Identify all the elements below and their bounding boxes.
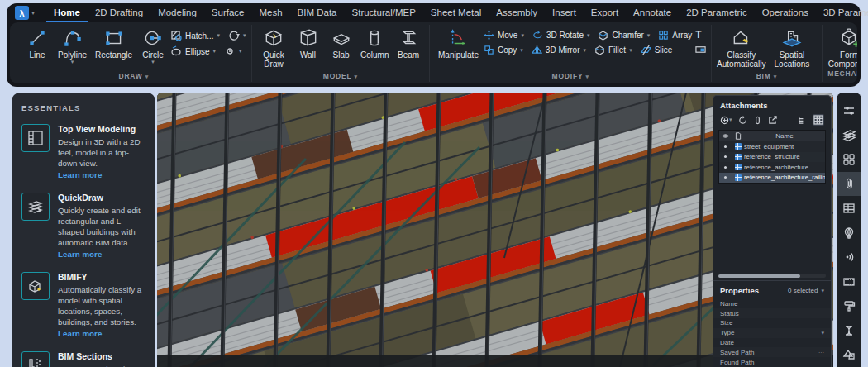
slice-button[interactable]: Slice [641, 45, 673, 55]
essentials-title: ESSENTIALS [21, 103, 145, 112]
grid-view-button[interactable] [813, 114, 824, 126]
attachments-panel: Attachments ▾ Name street_equipment [713, 95, 832, 367]
group-label-mechanical-blocks[interactable]: MECHANICAL BLOCKS ▾ [827, 69, 857, 83]
layers-panel-tab[interactable] [837, 123, 861, 148]
attachments-panel-tab[interactable] [837, 172, 861, 197]
chevron-down-icon[interactable]: ▾ [151, 60, 155, 64]
classify-automatically-button[interactable]: Classify Automatically [717, 25, 765, 69]
property-row-status: Status [713, 308, 831, 318]
swatches-panel-tab[interactable] [837, 342, 861, 367]
visibility-dot[interactable] [724, 166, 727, 169]
rectangle-button[interactable]: Rectangle [92, 25, 136, 60]
polyline-button[interactable]: Polyline ▾ [55, 25, 90, 64]
fillet-button[interactable]: Fillet ▾ [594, 45, 632, 55]
settings-sliders-tab[interactable] [837, 98, 861, 123]
tab-annotate[interactable]: Annotate [626, 3, 679, 22]
line-button[interactable]: Line [21, 25, 53, 60]
sheet-sets-panel-tab[interactable] [837, 269, 861, 294]
move-button[interactable]: Move ▾ [484, 30, 524, 41]
fillet-icon [594, 45, 605, 55]
tab-mesh[interactable]: Mesh [251, 3, 289, 22]
learn-more-link[interactable]: Learn more [58, 250, 145, 259]
chamfer-icon [598, 30, 608, 41]
circle-button[interactable]: Circle ▾ [137, 25, 169, 64]
tab-operations[interactable]: Operations [755, 3, 816, 22]
array-button[interactable]: Array [658, 30, 692, 41]
visibility-dot[interactable] [724, 176, 727, 179]
tab-export[interactable]: Export [584, 3, 626, 22]
lights-panel-tab[interactable] [837, 245, 861, 269]
form-component-button[interactable]: Form Component [827, 25, 857, 69]
tab-bim-data[interactable]: BIM Data [290, 3, 345, 22]
render-panel-tab[interactable] [837, 221, 861, 245]
rotate-3d-button[interactable]: 3D Rotate ▾ [532, 30, 590, 41]
tab-sheet-metal[interactable]: Sheet Metal [423, 3, 489, 22]
visibility-dot[interactable] [724, 145, 727, 148]
chevron-down-icon[interactable]: ▾ [821, 288, 824, 294]
group-label-model[interactable]: MODEL ▾ [257, 71, 424, 82]
quick-draw-icon [263, 27, 284, 49]
revision-cloud-button[interactable]: ▾ [228, 30, 246, 41]
ellipse-button[interactable]: Ellipse ▾ [170, 45, 216, 57]
tab-2d-parametric[interactable]: 2D Parametric [679, 3, 755, 22]
tab-2d-drafting[interactable]: 2D Drafting [88, 3, 150, 22]
tab-modeling[interactable]: Modeling [150, 3, 204, 22]
ellipsis-icon[interactable]: ··· [818, 350, 824, 355]
materials-paint-panel-tab[interactable] [837, 293, 861, 318]
column-button[interactable]: Column [359, 25, 392, 60]
components-panel-tab[interactable] [837, 147, 861, 172]
tab-assembly[interactable]: Assembly [489, 3, 545, 22]
beam-button[interactable]: Beam [393, 25, 424, 60]
spatial-locations-button[interactable]: Spatial Locations [767, 25, 816, 69]
quick-draw-button[interactable]: Quick Draw [257, 25, 291, 69]
chevron-down-icon[interactable]: ▾ [821, 330, 824, 336]
tab-surface[interactable]: Surface [204, 3, 252, 22]
attachments-title: Attachments [713, 96, 831, 112]
section-plane-button[interactable] [695, 44, 706, 55]
slice-icon [641, 45, 651, 55]
hatch-button[interactable]: Hatch... ▾ [170, 30, 220, 41]
chevron-down-icon[interactable]: ▾ [71, 60, 74, 64]
app-logo[interactable]: λ [15, 6, 29, 20]
attach-file-button[interactable]: ▾ [720, 116, 732, 125]
visibility-dot[interactable] [724, 155, 727, 158]
slab-button[interactable]: Slab [326, 25, 357, 60]
clip-button[interactable] [753, 116, 762, 125]
tab-home[interactable]: Home [46, 3, 88, 22]
properties-hscrollbar[interactable] [718, 274, 826, 278]
essentials-item-bimify: BIMIFY Automatically classify a model wi… [21, 272, 145, 338]
properties-header: Properties 0 selected ▾ [713, 284, 831, 298]
manipulate-button[interactable]: Manipulate [435, 25, 482, 60]
group-label-draw[interactable]: DRAW ▾ [21, 71, 246, 82]
attachment-row[interactable]: reference_structure [719, 152, 825, 163]
refresh-button[interactable] [738, 116, 747, 125]
open-external-button[interactable] [768, 116, 777, 125]
attachment-row[interactable]: reference_architecture [719, 162, 825, 173]
selected-count: 0 selected [788, 287, 818, 294]
paperclip-icon [843, 177, 856, 190]
tree-view-button[interactable] [798, 116, 807, 125]
rotate-3d-icon [532, 30, 543, 41]
tab-insert[interactable]: Insert [545, 3, 584, 22]
point-button[interactable]: ▾ [224, 45, 242, 57]
learn-more-link[interactable]: Learn more [58, 329, 145, 338]
profiles-panel-tab[interactable] [837, 318, 861, 343]
tab-structural-mep[interactable]: Structural/MEP [345, 3, 423, 22]
copy-button[interactable]: Copy ▾ [484, 45, 523, 55]
sheets-panel-tab[interactable] [837, 196, 861, 221]
attachment-row[interactable]: street_equipment [719, 141, 825, 152]
learn-more-link[interactable]: Learn more [58, 170, 145, 179]
group-label-modify[interactable]: MODIFY ▾ [435, 71, 706, 82]
wall-button[interactable]: Wall [293, 25, 324, 60]
attachment-row-selected[interactable]: reference_architecture_railing [719, 173, 825, 184]
scrollbar-thumb[interactable] [718, 274, 800, 278]
group-label-bim[interactable]: BIM ▾ [717, 71, 816, 82]
tab-3d-parametric[interactable]: 3D Parametric [816, 3, 868, 22]
app-menu-chevron-icon[interactable]: ▾ [31, 9, 35, 17]
text-button[interactable]: T [695, 30, 706, 40]
mirror-3d-button[interactable]: 3D Mirror ▾ [532, 45, 586, 55]
top-view-modeling-icon [21, 124, 50, 152]
chamfer-button[interactable]: Chamfer ▾ [598, 30, 650, 41]
chevron-down-icon: ▾ [647, 32, 651, 39]
bimify-icon [21, 272, 50, 300]
